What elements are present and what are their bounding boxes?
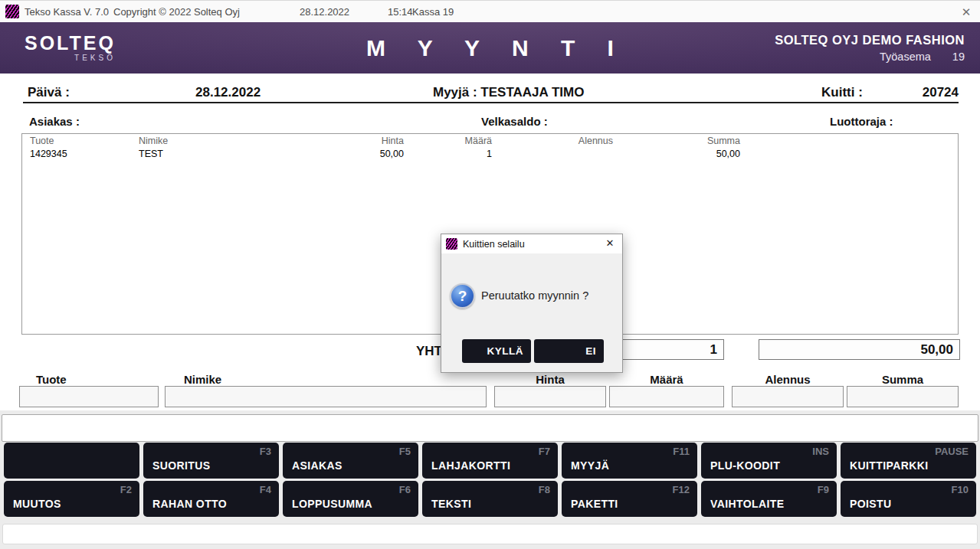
question-icon: ? [450,283,475,309]
fkey-button-poistu[interactable]: POISTU F10 [841,481,976,517]
table-header-row: Tuote Nimike Hinta Määrä Alennus Summa [22,134,958,147]
debt-balance-label: Velkasaldo : [481,115,548,128]
window-title: Tekso Kassa V. 7.0 [25,6,109,18]
no-button[interactable]: EI [534,339,604,363]
customer-label: Asiakas : [29,115,80,128]
dialog-close-icon[interactable]: ✕ [603,237,617,250]
scan-entry-bar[interactable] [2,414,978,442]
seller-value: Myyjä : TESTAAJA TIMO [433,85,584,100]
entry-label-maara: Määrä [609,373,724,386]
workstation-label: Työasema [880,51,931,63]
fkey-button-lahjakortti[interactable]: LAHJAKORTTI F7 [422,443,558,479]
copyright-text: Copyright © 2022 Solteq Oyj [113,6,240,18]
maara-input[interactable] [609,386,724,407]
entry-label-summa: Summa [847,373,959,386]
cell-nimike: TEST [139,149,297,159]
titlebar-register: Kassa 19 [412,6,454,18]
tuote-input[interactable] [19,386,159,407]
cell-alennus [492,149,613,159]
fkey-button-suoritus[interactable]: SUORITUS F3 [143,443,279,479]
fkey-button-loppusumma[interactable]: LOPPUSUMMA F6 [283,481,418,517]
date-label: Päivä : [28,85,70,100]
dialog-titlebar: Kuittien selailu ✕ [441,234,622,253]
cell-hinta: 50,00 [297,149,404,159]
fkey-button-myyja[interactable]: MYYJÄ F11 [562,443,697,479]
fkey-button-plu-koodit[interactable]: PLU-KOODIT INS [701,443,837,479]
fkey-button-paketti[interactable]: PAKETTI F12 [562,481,697,517]
alennus-input[interactable] [732,386,844,407]
total-sum-box: 50,00 [759,339,960,360]
date-value: 28.12.2022 [195,85,261,100]
fkey-button-rahan-otto[interactable]: RAHAN OTTO F4 [143,481,279,517]
dialog-app-icon [446,238,457,250]
column-header-hinta: Hinta [297,136,404,146]
workstation-number: 19 [952,51,965,63]
yes-button[interactable]: KYLLÄ [462,339,531,363]
column-header-alennus: Alennus [492,136,613,146]
cell-summa: 50,00 [613,149,740,159]
entry-label-nimike: Nimike [184,373,221,386]
function-key-grid: SUORITUS F3 ASIAKAS F5 LAHJAKORTTI F7 MY… [4,443,976,517]
column-header-summa: Summa [613,136,740,146]
window-titlebar: Tekso Kassa V. 7.0 Copyright © 2022 Solt… [0,0,980,22]
hinta-input[interactable] [494,386,606,407]
fkey-button-vaihtolaite[interactable]: VAIHTOLAITE F9 [701,481,837,517]
app-header: SOLTEQ TEKSO M Y Y N T I SOLTEQ OYJ DEMO… [0,22,980,74]
dialog-message: Peruutatko myynnin ? [481,289,588,302]
confirmation-dialog: Kuittien selailu ✕ ? Peruutatko myynnin … [441,234,623,373]
app-logo-icon [5,5,19,18]
cell-maara: 1 [404,149,492,159]
receipt-label: Kuitti : [821,85,863,100]
entry-label-tuote: Tuote [36,373,67,386]
fkey-button-kuittiparkki[interactable]: KUITTIPARKKI PAUSE [841,443,976,479]
fkey-button-empty[interactable] [4,443,139,479]
window-close-icon[interactable]: ✕ [959,5,974,20]
status-bar [2,524,978,544]
fkey-button-asiakas[interactable]: ASIAKAS F5 [283,443,418,479]
column-header-tuote: Tuote [30,136,139,146]
credit-limit-label: Luottoraja : [830,115,893,128]
entry-label-hinta: Hinta [494,373,606,386]
summa-input[interactable] [847,386,959,407]
entry-label-alennus: Alennus [732,373,844,386]
store-name: SOLTEQ OYJ DEMO FASHION [775,33,965,47]
fkey-button-teksti[interactable]: TEKSTI F8 [422,481,558,517]
header-right: SOLTEQ OYJ DEMO FASHION Työasema19 [775,33,965,63]
fkey-button-muutos[interactable]: MUUTOS F2 [4,481,139,517]
titlebar-date: 28.12.2022 [300,6,349,18]
nimike-input[interactable] [165,386,487,407]
column-header-maara: Määrä [404,136,492,146]
cell-tuote: 1429345 [30,149,139,159]
info-divider [23,102,959,103]
workstation-line: Työasema19 [775,51,965,63]
receipt-number: 20724 [923,85,959,100]
table-row[interactable]: 1429345 TEST 50,00 1 50,00 [22,147,958,160]
titlebar-time: 15:14 [388,6,413,18]
column-header-nimike: Nimike [139,136,297,146]
dialog-title: Kuittien selailu [463,239,525,250]
